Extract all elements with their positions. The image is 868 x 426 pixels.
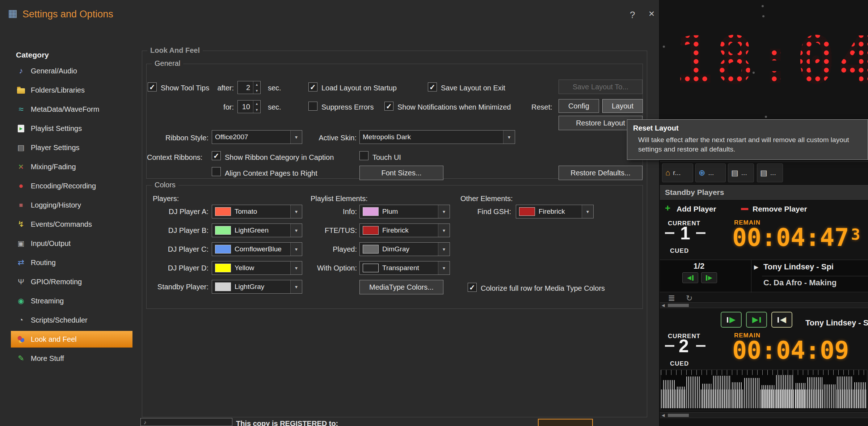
standby-players-header: Standby Players [660, 185, 868, 200]
dj-player-b-color-select[interactable]: LightGreen ▾ [212, 223, 302, 237]
tooltip-for-spinner[interactable]: 10 ▲▼ [237, 100, 261, 113]
scrollbar-thumb[interactable] [668, 414, 689, 417]
clipboard2-toolbar-button[interactable]: ▤ ... [757, 163, 783, 182]
logbook-icon: ■ [17, 201, 25, 209]
with-option-color-select[interactable]: Transparent ▾ [359, 261, 450, 275]
chevron-down-icon[interactable]: ▾ [503, 131, 515, 144]
tooltip-body: Will take effect after the next restart … [633, 135, 862, 154]
scroll-left-icon[interactable]: ◀ [662, 413, 665, 418]
sidebar-item-encoding-recording[interactable]: ● Encoding/Recording [11, 178, 132, 194]
chevron-down-icon[interactable]: ▾ [438, 261, 450, 274]
show-notifications-checkbox[interactable]: ✓ [384, 102, 393, 111]
font-sizes-button[interactable]: Font Sizes... [359, 166, 443, 180]
sidebar-item-scripts-scheduler[interactable]: ◔ Scripts/Scheduler [11, 312, 132, 328]
loop-icon[interactable]: ↻ [686, 294, 692, 303]
playlist-next-button[interactable]: ▶ [701, 272, 717, 283]
spin-up-icon[interactable]: ▲ [253, 81, 260, 88]
info-color-select[interactable]: Plum ▾ [359, 205, 450, 218]
show-ribbon-category-checkbox[interactable]: ✓ [212, 151, 221, 160]
play-next-button[interactable]: ▶ [746, 312, 767, 328]
sidebar-item-folders-libraries[interactable]: Folders/Libraries [11, 82, 132, 98]
sidebar-item-routing[interactable]: ⇄ Routing [11, 254, 132, 271]
skip-back-icon: ◀ [687, 274, 691, 281]
clipboard-toolbar-button[interactable]: ▤ ... [728, 163, 754, 182]
played-color-select[interactable]: DimGray ▾ [359, 242, 450, 256]
sidebar-item-logging-history[interactable]: ■ Logging/History [11, 197, 132, 213]
spin-down-icon[interactable]: ▼ [253, 88, 260, 94]
play-button[interactable]: ▶ [721, 312, 742, 328]
show-tool-tips-label: Show Tool Tips [161, 84, 209, 92]
minus-icon[interactable]: ▬ [741, 204, 748, 212]
spinner-arrows[interactable]: ▲▼ [253, 81, 260, 94]
playlist-prev-button[interactable]: ◀ [682, 272, 698, 283]
playlist-track-1[interactable]: Tony Lindsey - Spi [763, 262, 834, 272]
chevron-down-icon[interactable]: ▾ [290, 131, 302, 144]
colorize-full-row-checkbox[interactable]: ✓ [468, 283, 477, 292]
load-layout-on-startup-checkbox[interactable]: ✓ [308, 82, 317, 91]
plus-icon[interactable]: + [665, 203, 670, 214]
scroll-left-icon[interactable]: ◀ [662, 303, 665, 308]
save-layout-to-button[interactable]: Save Layout To... [559, 80, 642, 94]
tooltip-after-spinner[interactable]: 2 ▲▼ [237, 81, 261, 94]
number-dash [696, 345, 705, 347]
sidebar-item-playlist-settings[interactable]: ▶ Playlist Settings [11, 120, 132, 137]
scrollbar-thumb[interactable] [668, 304, 689, 307]
active-skin-select[interactable]: Metropolis Dark ▾ [359, 130, 515, 144]
dj-player-a-color-select[interactable]: Tomato ▾ [212, 205, 302, 218]
find-gsh-color-select[interactable]: Firebrick ▾ [516, 205, 594, 218]
home-toolbar-button[interactable]: ⌂ r... [662, 163, 693, 182]
ribbon-style-select[interactable]: Office2007 ▾ [212, 130, 302, 144]
dj-player-d-color-select[interactable]: Yellow ▾ [212, 261, 302, 275]
add-player-button[interactable]: Add Player [677, 205, 716, 213]
web-toolbar-button[interactable]: ⊕ ... [695, 163, 726, 182]
fte-tus-color-select[interactable]: Firebrick ▾ [359, 223, 450, 237]
sidebar-item-metadata-waveform[interactable]: ≈ MetaData/WaveForm [11, 101, 132, 118]
skip-to-start-button[interactable]: ◀ [771, 312, 792, 328]
chevron-down-icon[interactable]: ▾ [290, 280, 302, 293]
close-button[interactable]: × [649, 8, 654, 20]
align-context-pages-checkbox[interactable] [212, 167, 221, 176]
save-layout-on-exit-checkbox[interactable]: ✓ [428, 82, 437, 91]
spin-up-icon[interactable]: ▲ [253, 101, 260, 107]
check-icon: ✓ [213, 152, 219, 159]
standby-playlist: 1/2 ◀ ▶ ▶ Tony Lindsey - Spi C. Da Afro … [660, 260, 868, 292]
sidebar-item-input-output[interactable]: ▣ Input/Output [11, 235, 132, 252]
player1-remain-tenths: 3 [851, 226, 860, 243]
help-button[interactable]: ? [630, 9, 635, 21]
spinner-arrows[interactable]: ▲▼ [253, 101, 260, 113]
sidebar-item-gpio-remoting[interactable]: Ψ GPIO/Remoting [11, 273, 132, 290]
dj-player-c-color-select[interactable]: CornflowerBlue ▾ [212, 242, 302, 256]
standby-player-color-select[interactable]: LightGray ▾ [212, 280, 302, 294]
chevron-down-icon[interactable]: ▾ [438, 243, 450, 256]
show-tool-tips-checkbox[interactable]: ✓ [148, 82, 157, 91]
footer-action-button[interactable] [538, 419, 593, 426]
sidebar-item-events-commands[interactable]: ↯ Events/Commands [11, 216, 132, 233]
reset-layout-button[interactable]: Layout [602, 99, 643, 113]
sidebar-item-look-and-feel[interactable]: Look and Feel [11, 331, 132, 348]
chevron-down-icon[interactable]: ▾ [438, 205, 450, 218]
sidebar-item-player-settings[interactable]: ▤ Player Settings [11, 139, 132, 156]
sidebar-item-mixing-fading[interactable]: × Mixing/Fading [11, 158, 132, 175]
layers-icon[interactable]: ≣ [668, 293, 675, 303]
chevron-down-icon[interactable]: ▾ [438, 224, 450, 237]
mediatype-colors-button[interactable]: MediaType Colors... [359, 280, 443, 294]
suppress-errors-checkbox[interactable] [308, 102, 317, 111]
remove-player-button[interactable]: Remove Player [753, 205, 807, 213]
restore-defaults-button[interactable]: Restore Defaults... [559, 166, 642, 180]
footer-sound-select[interactable]: ♪ [140, 418, 232, 426]
sidebar-item-more-stuff[interactable]: ✎ More Stuff [11, 350, 132, 367]
sidebar-item-streaming[interactable]: ◉ Streaming [11, 293, 132, 309]
waveform-display[interactable] [661, 370, 867, 410]
chevron-down-icon[interactable]: ▾ [582, 205, 593, 218]
antenna-icon: Ψ [17, 277, 25, 286]
playlist-track-2[interactable]: C. Da Afro - Making [763, 278, 837, 287]
io-icon: ▣ [17, 239, 25, 248]
sidebar-item-general-audio[interactable]: ♪ General/Audio [11, 63, 132, 79]
reset-config-button[interactable]: Config [559, 99, 599, 113]
touch-ui-checkbox[interactable] [359, 151, 368, 160]
waveform-segment [744, 378, 760, 408]
waveform-horizontal-scrollbar[interactable]: ◀ [660, 412, 868, 418]
color-name: Firebrick [539, 208, 565, 216]
playlist-horizontal-scrollbar[interactable]: ◀ [660, 302, 868, 308]
spin-down-icon[interactable]: ▼ [253, 107, 260, 113]
